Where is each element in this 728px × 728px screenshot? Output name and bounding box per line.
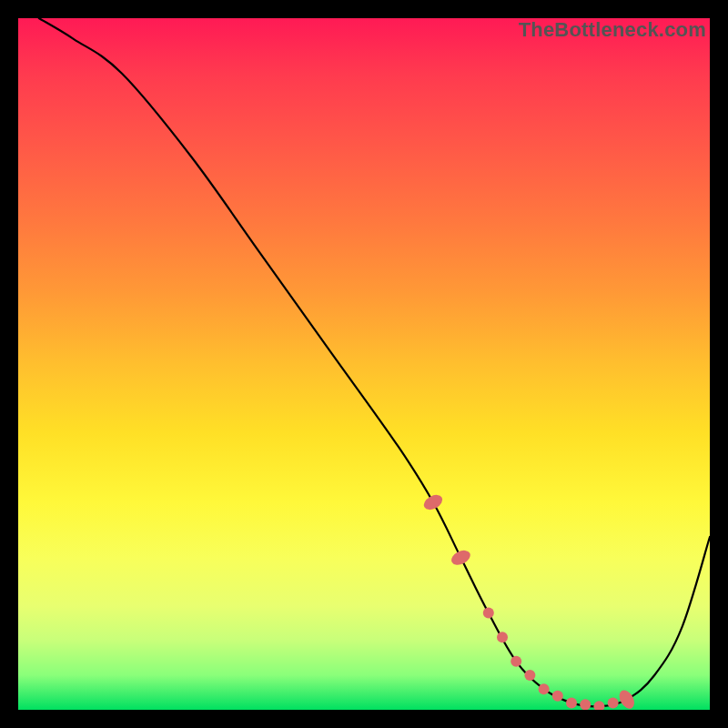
curve-marker-dot — [608, 697, 619, 708]
curve-marker-oval — [616, 688, 637, 710]
curve-marker-dot — [511, 656, 521, 667]
curve-marker-dot — [552, 691, 563, 702]
chart-frame: TheBottleneck.com — [0, 0, 728, 728]
plot-area: TheBottleneck.com — [18, 18, 710, 710]
chart-svg — [18, 18, 710, 710]
curve-marker-dot — [566, 697, 577, 708]
curve-marker-dot — [539, 683, 550, 694]
curve-markers — [421, 492, 637, 710]
curve-marker-dot — [524, 670, 535, 681]
curve-marker-dot — [580, 699, 591, 710]
curve-marker-dot — [593, 701, 604, 710]
bottleneck-curve — [39, 18, 710, 706]
curve-marker-oval — [421, 492, 445, 513]
curve-marker-dot — [483, 608, 494, 619]
curve-marker-oval — [449, 548, 472, 568]
curve-marker-dot — [497, 632, 508, 642]
